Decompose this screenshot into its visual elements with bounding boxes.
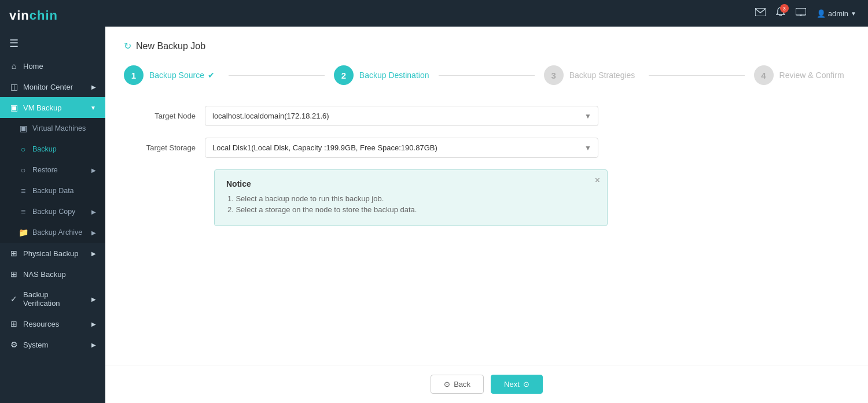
sidebar-item-virtual-machines[interactable]: ▣ Virtual Machines	[0, 118, 105, 139]
target-storage-row: Target Storage Local Disk1(Local Disk, C…	[124, 138, 849, 158]
sidebar-item-home[interactable]: ⌂ Home	[0, 56, 105, 76]
step-2: 2 Backup Destination	[334, 65, 429, 85]
step-3: 3 Backup Strategies	[544, 65, 639, 85]
sidebar-item-label: Backup Archive	[32, 228, 82, 236]
notice-list: 1. Select a backup node to run this back…	[226, 194, 595, 214]
vm-icon: ▣	[19, 124, 28, 133]
backup-archive-icon: 📁	[19, 228, 28, 237]
system-icon: ⚙	[9, 340, 19, 349]
sidebar-item-label: Restore	[32, 166, 58, 174]
sidebar-item-backup[interactable]: ○ Backup	[0, 139, 105, 160]
step-line-3	[649, 75, 744, 76]
restore-icon: ○	[19, 165, 28, 175]
step-1-circle: 1	[124, 65, 144, 85]
sidebar-item-label: Backup Verification	[23, 290, 87, 308]
target-storage-select[interactable]: Local Disk1(Local Disk, Capacity :199.9G…	[205, 138, 598, 158]
page-title-row: ↻ New Backup Job	[124, 40, 849, 51]
physical-backup-icon: ⊞	[9, 249, 19, 258]
step-line-2	[439, 75, 534, 76]
sidebar-item-nas-backup[interactable]: ⊞ NAS Backup	[0, 264, 105, 284]
notification-badge: 3	[780, 4, 789, 13]
target-node-select-wrapper: localhost.localdomain(172.18.21.6) ▼	[205, 106, 598, 126]
sidebar-item-physical-backup[interactable]: ⊞ Physical Backup ▶	[0, 243, 105, 264]
chevron-icon: ▶	[91, 296, 96, 302]
sidebar-item-backup-data[interactable]: ≡ Backup Data	[0, 180, 105, 201]
user-menu[interactable]: 👤 admin ▼	[816, 9, 856, 18]
sidebar-item-resources[interactable]: ⊞ Resources ▶	[0, 313, 105, 334]
user-label: admin	[828, 9, 848, 18]
sidebar-item-backup-copy[interactable]: ≡ Backup Copy ▶	[0, 201, 105, 222]
notice-item-1: 1. Select a backup node to run this back…	[226, 194, 595, 203]
next-button[interactable]: Next ⊙	[491, 375, 543, 394]
sidebar-item-restore[interactable]: ○ Restore ▶	[0, 160, 105, 180]
logo-chin: chin	[30, 8, 58, 23]
step-line-1	[229, 75, 324, 76]
sidebar-item-label: VM Backup	[23, 103, 61, 112]
step-1-label: Backup Source	[149, 71, 204, 80]
backup-icon: ○	[19, 145, 28, 154]
chevron-icon: ▶	[91, 209, 96, 215]
nas-backup-icon: ⊞	[9, 269, 19, 279]
user-chevron-icon: ▼	[851, 10, 856, 17]
target-node-control: localhost.localdomain(172.18.21.6) ▼	[205, 106, 598, 126]
content-area: ↻ New Backup Job 1 Backup Source ✔ 2 Bac…	[105, 27, 868, 365]
step-1: 1 Backup Source ✔	[124, 65, 219, 85]
footer-bar: ⊙ Back Next ⊙	[105, 365, 868, 403]
monitor-icon: ◫	[9, 82, 19, 91]
step-1-check: ✔	[208, 71, 215, 80]
chevron-icon: ▼	[90, 105, 96, 111]
notice-box: Notice × 1. Select a backup node to run …	[214, 169, 608, 226]
next-icon: ⊙	[523, 380, 529, 389]
notifications-icon[interactable]: 3	[776, 7, 785, 20]
sidebar-item-backup-archive[interactable]: 📁 Backup Archive ▶	[0, 222, 105, 243]
chevron-icon: ▶	[91, 342, 96, 348]
target-node-select[interactable]: localhost.localdomain(172.18.21.6)	[205, 106, 598, 126]
sidebar-item-label: Backup	[32, 145, 57, 153]
target-storage-control: Local Disk1(Local Disk, Capacity :199.9G…	[205, 138, 598, 158]
resources-icon: ⊞	[9, 319, 19, 328]
sidebar-item-label: System	[23, 341, 48, 349]
back-button[interactable]: ⊙ Back	[431, 375, 484, 394]
messages-icon[interactable]	[755, 8, 766, 19]
notice-close-button[interactable]: ×	[595, 176, 600, 185]
target-node-row: Target Node localhost.localdomain(172.18…	[124, 106, 849, 126]
logo: vinchin	[0, 0, 105, 31]
sidebar-toggle[interactable]: ☰	[0, 31, 105, 56]
step-3-circle: 3	[544, 65, 564, 85]
step-4-label: Review & Confirm	[779, 71, 844, 80]
vmbackup-icon: ▣	[9, 103, 19, 112]
user-icon: 👤	[816, 9, 826, 18]
chevron-icon: ▶	[91, 167, 96, 173]
topbar: 3 👤 admin ▼	[105, 0, 868, 27]
sidebar-item-label: Resources	[23, 320, 59, 328]
refresh-icon: ↻	[124, 40, 131, 51]
sidebar: vinchin ☰ ⌂ Home ◫ Monitor Center ▶ ▣ VM…	[0, 0, 105, 403]
target-node-label: Target Node	[124, 112, 205, 120]
screen-icon[interactable]	[796, 8, 806, 19]
target-storage-select-wrapper: Local Disk1(Local Disk, Capacity :199.9G…	[205, 138, 598, 158]
sidebar-item-vm-backup[interactable]: ▣ VM Backup ▼	[0, 97, 105, 118]
back-label: Back	[454, 380, 470, 389]
chevron-icon: ▶	[91, 250, 96, 257]
steps-bar: 1 Backup Source ✔ 2 Backup Destination 3…	[124, 65, 849, 85]
svg-rect-1	[796, 8, 806, 15]
sidebar-item-backup-verification[interactable]: ✓ Backup Verification ▶	[0, 284, 105, 313]
chevron-icon: ▶	[91, 84, 96, 90]
sidebar-item-label: Virtual Machines	[32, 124, 86, 132]
notice-item-2: 2. Select a storage on the node to store…	[226, 205, 595, 214]
backup-copy-icon: ≡	[19, 207, 28, 216]
step-2-circle: 2	[334, 65, 354, 85]
step-2-label: Backup Destination	[359, 71, 429, 80]
vm-backup-submenu: ▣ Virtual Machines ○ Backup ○ Restore ▶ …	[0, 118, 105, 243]
step-3-label: Backup Strategies	[569, 71, 635, 80]
notice-title: Notice	[226, 179, 595, 188]
chevron-icon: ▶	[91, 230, 96, 236]
home-icon: ⌂	[9, 61, 19, 71]
logo-vin: vin	[9, 8, 30, 23]
sidebar-item-monitor-center[interactable]: ◫ Monitor Center ▶	[0, 76, 105, 97]
target-storage-label: Target Storage	[124, 143, 205, 152]
backup-verification-icon: ✓	[9, 294, 19, 304]
svg-rect-0	[755, 8, 766, 16]
page-title: New Backup Job	[136, 41, 205, 51]
sidebar-item-system[interactable]: ⚙ System ▶	[0, 334, 105, 355]
